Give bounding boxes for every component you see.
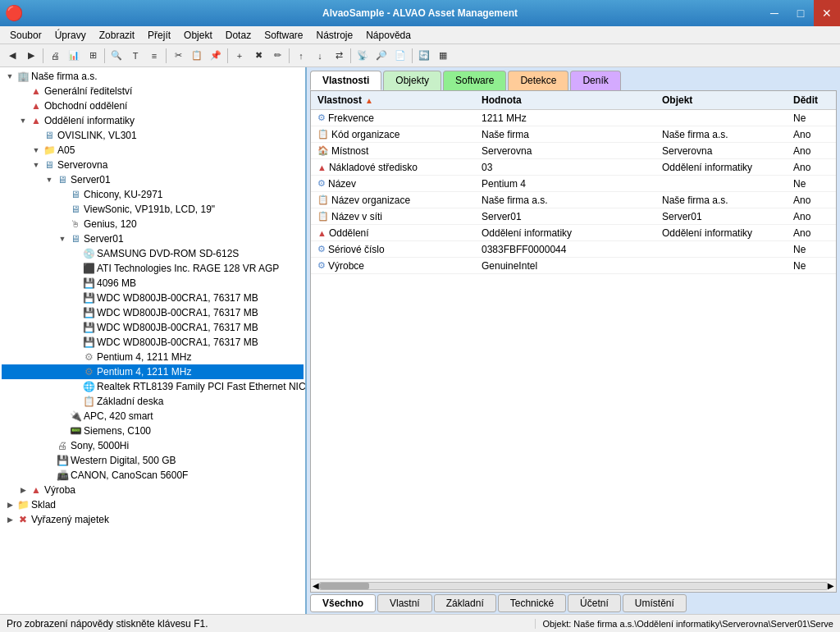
tree-item-13[interactable]: 💿SAMSUNG DVD-ROM SD-612S bbox=[2, 246, 304, 261]
tree-item-29[interactable]: ▶▲Výroba bbox=[2, 483, 304, 497]
tree-expander-18[interactable] bbox=[69, 321, 82, 334]
menu-nastroje[interactable]: Nástroje bbox=[310, 28, 360, 43]
tb-list[interactable]: ≡ bbox=[145, 47, 163, 65]
tree-expander-21[interactable] bbox=[69, 365, 82, 378]
menu-napoveda[interactable]: Nápověda bbox=[359, 28, 418, 43]
tree-expander-23[interactable] bbox=[69, 395, 82, 408]
tb-cut[interactable]: ✂ bbox=[169, 47, 187, 65]
tb-detect[interactable]: 📡 bbox=[354, 47, 372, 65]
tree-item-3[interactable]: ▲Obchodní oddělení bbox=[2, 98, 304, 113]
tb-new[interactable]: + bbox=[231, 47, 249, 65]
bottom-tab-vsechno[interactable]: Všechno bbox=[310, 594, 376, 612]
tb-paste[interactable]: 📌 bbox=[207, 47, 225, 65]
tree-item-18[interactable]: 💾WDC WD800JB-00CRA1, 76317 MB bbox=[2, 320, 304, 335]
tb-export[interactable]: 📊 bbox=[65, 47, 83, 65]
col-header-dedit[interactable]: Dědit bbox=[787, 93, 836, 108]
tree-expander-15[interactable] bbox=[69, 277, 82, 290]
tree-item-22[interactable]: 🌐Realtek RTL8139 Family PCI Fast Etherne… bbox=[2, 379, 304, 394]
tree-item-8[interactable]: ▼🖥Server01 bbox=[2, 172, 304, 187]
tb-sync[interactable]: 🔄 bbox=[415, 47, 433, 65]
tree-expander-17[interactable] bbox=[69, 306, 82, 319]
tree-item-4[interactable]: ▼▲Oddělení informatiky bbox=[2, 113, 304, 128]
minimize-button[interactable]: ─ bbox=[761, 0, 788, 26]
menu-objekt[interactable]: Objekt bbox=[177, 28, 219, 43]
tree-expander-3[interactable] bbox=[16, 99, 30, 112]
tree-item-28[interactable]: 📠CANON, CanoScan 5600F bbox=[2, 468, 304, 483]
tree-expander-4[interactable]: ▼ bbox=[16, 114, 30, 127]
tree-expander-19[interactable] bbox=[69, 336, 82, 349]
tree-item-12[interactable]: ▼🖥Server01 bbox=[2, 231, 304, 246]
maximize-button[interactable]: □ bbox=[788, 0, 814, 26]
tb-grid[interactable]: ⊞ bbox=[84, 47, 102, 65]
tree-item-30[interactable]: ▶📁Sklad bbox=[2, 497, 304, 512]
tree-item-20[interactable]: ⚙Pentium 4, 1211 MHz bbox=[2, 350, 304, 364]
prop-row-4[interactable]: ⚙NázevPentium 4Ne bbox=[311, 176, 836, 192]
tree-expander-8[interactable]: ▼ bbox=[43, 173, 56, 186]
tb-print[interactable]: 🖨 bbox=[46, 47, 64, 65]
prop-row-5[interactable]: 📋Název organizaceNaše firma a.s.Naše fir… bbox=[311, 192, 836, 208]
tree-item-2[interactable]: ▲Generální ředitelství bbox=[2, 84, 304, 98]
scroll-left-btn[interactable]: ◀ bbox=[313, 581, 319, 590]
tree-expander-10[interactable] bbox=[56, 203, 69, 216]
tree-item-7[interactable]: ▼🖥Serverovna bbox=[2, 158, 304, 172]
prop-row-9[interactable]: ⚙VýrobceGenuineIntelNe bbox=[311, 258, 836, 274]
tree-item-10[interactable]: 🖥ViewSonic, VP191b, LCD, 19" bbox=[2, 202, 304, 217]
bottom-tab-umisteni[interactable]: Umístění bbox=[623, 594, 687, 612]
tb-text[interactable]: T bbox=[126, 47, 144, 65]
col-header-vlastnost[interactable]: Vlastnost ▲ bbox=[311, 93, 475, 108]
tb-back[interactable]: ◀ bbox=[3, 47, 21, 65]
tree-expander-29[interactable]: ▶ bbox=[16, 483, 30, 497]
prop-row-3[interactable]: ▲Nákladové středisko03Oddělení informati… bbox=[311, 159, 836, 176]
prop-row-8[interactable]: ⚙Sériové číslo0383FBFF0000044Ne bbox=[311, 241, 836, 258]
menu-software[interactable]: Software bbox=[258, 28, 309, 43]
tree-item-5[interactable]: 🖥OVISLINK, VL301 bbox=[2, 128, 304, 143]
prop-row-1[interactable]: 📋Kód organizaceNaše firmaNaše firma a.s.… bbox=[311, 126, 836, 143]
tree-expander-26[interactable] bbox=[43, 439, 56, 452]
tab-denik[interactable]: Deník bbox=[570, 71, 620, 90]
tab-objekty[interactable]: Objekty bbox=[383, 71, 441, 90]
tree-expander-25[interactable] bbox=[56, 424, 69, 437]
scrollbar-thumb[interactable] bbox=[320, 583, 369, 589]
tree-item-27[interactable]: 💾Western Digital, 500 GB bbox=[2, 453, 304, 468]
tb-barcode[interactable]: ▦ bbox=[434, 47, 452, 65]
tree-expander-24[interactable] bbox=[56, 410, 69, 423]
bottom-tab-zakladni[interactable]: Základní bbox=[434, 594, 496, 612]
tree-expander-12[interactable]: ▼ bbox=[56, 232, 69, 245]
tab-software[interactable]: Software bbox=[443, 71, 506, 90]
tree-item-24[interactable]: 🔌APC, 420 smart bbox=[2, 409, 304, 424]
close-button[interactable]: ✕ bbox=[814, 0, 840, 26]
col-header-hodnota[interactable]: Hodnota bbox=[475, 93, 655, 108]
tree-expander-20[interactable] bbox=[69, 350, 82, 364]
menu-dotaz[interactable]: Dotaz bbox=[219, 28, 258, 43]
bottom-tab-ucetni[interactable]: Účetní bbox=[568, 594, 621, 612]
tree-expander-13[interactable] bbox=[69, 247, 82, 260]
tb-copy[interactable]: 📋 bbox=[188, 47, 206, 65]
tree-item-14[interactable]: ⬛ATI Technologies Inc. RAGE 128 VR AGP bbox=[2, 261, 304, 276]
tree-expander-22[interactable] bbox=[69, 380, 82, 393]
tab-detekce[interactable]: Detekce bbox=[508, 71, 568, 90]
tree-item-1[interactable]: ▼🏢Naše firma a.s. bbox=[2, 69, 304, 84]
tb-edit[interactable]: ✏ bbox=[268, 47, 286, 65]
tree-expander-11[interactable] bbox=[56, 218, 69, 231]
tree-expander-7[interactable]: ▼ bbox=[30, 158, 43, 172]
col-header-objekt[interactable]: Objekt bbox=[655, 93, 787, 108]
tb-report[interactable]: 📄 bbox=[391, 47, 409, 65]
tree-expander-6[interactable]: ▼ bbox=[30, 144, 43, 157]
tb-forward[interactable]: ▶ bbox=[22, 47, 40, 65]
tree-item-16[interactable]: 💾WDC WD800JB-00CRA1, 76317 MB bbox=[2, 291, 304, 305]
tab-vlastnosti[interactable]: Vlastnosti bbox=[310, 71, 381, 90]
tb-down[interactable]: ↓ bbox=[311, 47, 329, 65]
tree-item-21[interactable]: ⚙Pentium 4, 1211 MHz bbox=[2, 364, 304, 379]
prop-row-0[interactable]: ⚙Frekvence1211 MHzNe bbox=[311, 110, 836, 126]
tree-item-26[interactable]: 🖨Sony, 5000Hi bbox=[2, 438, 304, 453]
menu-soubor[interactable]: Soubor bbox=[3, 28, 48, 43]
tree-item-15[interactable]: 💾4096 MB bbox=[2, 276, 304, 291]
prop-row-7[interactable]: ▲OdděleníOddělení informatikyOddělení in… bbox=[311, 225, 836, 241]
tree-item-17[interactable]: 💾WDC WD800JB-00CRA1, 76317 MB bbox=[2, 305, 304, 320]
menu-upravy[interactable]: Úpravy bbox=[48, 28, 93, 43]
tree-item-25[interactable]: 📟Siemens, C100 bbox=[2, 424, 304, 438]
tree-expander-2[interactable] bbox=[16, 85, 30, 98]
tb-up[interactable]: ↑ bbox=[292, 47, 310, 65]
tb-scan[interactable]: 🔎 bbox=[372, 47, 390, 65]
tb-delete[interactable]: ✖ bbox=[249, 47, 267, 65]
